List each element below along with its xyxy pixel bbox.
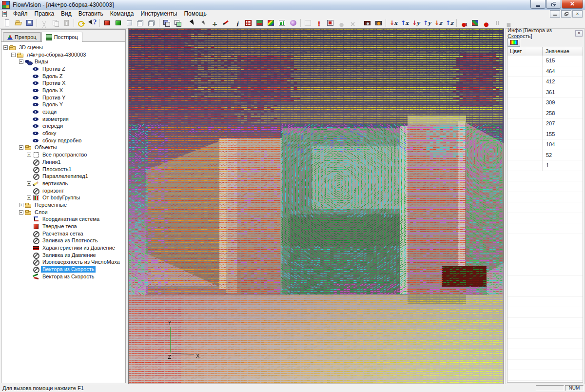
copy-view-alt-button[interactable] <box>172 18 183 28</box>
legend-row[interactable]: 1 <box>507 160 583 171</box>
menu-item[interactable]: Вид <box>58 10 75 18</box>
legend-row[interactable]: 412 <box>507 77 583 87</box>
close-button[interactable]: ✕ <box>562 0 583 9</box>
camera-flash-button[interactable] <box>373 18 384 28</box>
legend-color-header[interactable]: Цвет <box>507 47 543 56</box>
document-icon[interactable] <box>1 11 8 17</box>
save-file-button[interactable] <box>24 18 35 28</box>
tree-item[interactable]: +Переменные <box>3 201 125 209</box>
menu-item[interactable]: Помощь <box>180 10 210 18</box>
collapse-box-icon[interactable]: − <box>3 45 8 50</box>
collapse-box-icon[interactable]: − <box>19 210 23 215</box>
copy-view-button[interactable] <box>161 18 172 28</box>
tree-item[interactable]: −3D сцены <box>3 44 125 51</box>
x-down-button[interactable] <box>388 18 399 28</box>
menu-item[interactable]: Правка <box>31 10 58 18</box>
restore-button[interactable] <box>546 0 561 9</box>
wire-cube-c-button[interactable] <box>146 18 157 28</box>
y-down-button[interactable] <box>410 18 421 28</box>
tree-item[interactable]: Заливка из Плотность <box>3 237 125 245</box>
expand-box-icon[interactable]: + <box>27 153 31 157</box>
tree-item[interactable]: −л4к+ро-сборка-4300003 <box>3 51 125 59</box>
tree-item[interactable]: Координатная система <box>3 216 125 223</box>
tree-item[interactable]: Против X <box>3 79 125 87</box>
tab-preproc[interactable]: Препроц <box>3 32 41 41</box>
legend-row[interactable]: 309 <box>507 98 583 108</box>
solid-cube-green-button[interactable] <box>113 18 124 28</box>
x-up-button[interactable] <box>399 18 410 28</box>
open-file-button[interactable] <box>13 18 24 28</box>
grid-red-button[interactable] <box>325 18 336 28</box>
tree-item[interactable]: Параллелепипед1 <box>3 173 125 180</box>
tree-item[interactable]: Заливка из Давление <box>3 252 125 259</box>
tree-item[interactable]: Линия1 <box>3 158 125 166</box>
image-rgb-button[interactable] <box>254 18 265 28</box>
solid-cube-red-button[interactable] <box>101 18 113 28</box>
info-button[interactable] <box>232 18 243 28</box>
tree-item[interactable]: спереди <box>3 123 125 130</box>
collapse-box-icon[interactable]: − <box>19 59 23 64</box>
tree-item[interactable]: Против Y <box>3 94 125 101</box>
help-key-button[interactable] <box>76 18 87 28</box>
new-file-button[interactable] <box>1 18 13 28</box>
menu-item[interactable]: Файл <box>10 10 31 18</box>
palette-button[interactable] <box>265 18 276 28</box>
viewport-canvas[interactable] <box>129 29 504 384</box>
expand-box-icon[interactable]: + <box>19 203 23 207</box>
expand-box-icon[interactable]: + <box>27 181 31 186</box>
record-dot-button[interactable] <box>481 18 492 28</box>
tree-item[interactable]: сзади <box>3 108 125 116</box>
legend-row[interactable]: 361 <box>507 87 583 98</box>
z-up-button[interactable] <box>444 18 455 28</box>
tree-item[interactable]: Вдоль X <box>3 87 125 94</box>
collapse-box-icon[interactable]: − <box>19 145 23 150</box>
record-one-button[interactable] <box>458 18 469 28</box>
legend-row[interactable]: 464 <box>507 66 583 77</box>
chart-green-button[interactable] <box>276 18 288 28</box>
tree-item[interactable]: −Слои <box>3 209 125 216</box>
legend-row[interactable]: 258 <box>507 108 583 119</box>
exclamation-red-button[interactable] <box>313 18 325 28</box>
tree-item[interactable]: изометрия <box>3 116 125 123</box>
legend-row[interactable]: 207 <box>507 118 583 129</box>
mdi-restore-button[interactable] <box>561 10 571 18</box>
tree-item[interactable]: Против Z <box>3 65 125 73</box>
tree-item[interactable]: сбоку <box>3 130 125 137</box>
tree-item[interactable]: Вдоль Z <box>3 73 125 80</box>
tree-item[interactable]: Твердые тела <box>3 223 125 230</box>
legend-row[interactable]: 52 <box>507 150 583 161</box>
probe-button[interactable] <box>209 18 220 28</box>
expand-box-icon[interactable]: + <box>27 196 31 200</box>
colorbar-settings-button[interactable] <box>507 38 520 47</box>
mdi-close-button[interactable]: × <box>572 10 583 18</box>
tree-item[interactable]: Расчетная сетка <box>3 230 125 237</box>
legend-row[interactable]: 104 <box>507 139 583 150</box>
tree-item[interactable]: +вертикаль <box>3 180 125 187</box>
camera-dark-button[interactable] <box>362 18 373 28</box>
menu-item[interactable]: Инструменты <box>137 10 181 18</box>
tree-item[interactable]: сбоку подробно <box>3 137 125 144</box>
pointer-button[interactable] <box>187 18 198 28</box>
record-grid-button[interactable] <box>469 18 481 28</box>
tree-item[interactable]: +От bodyГруппы <box>3 194 125 201</box>
tab-postproc[interactable]: Постпроц <box>41 32 82 42</box>
legend-row[interactable]: 515 <box>507 56 583 66</box>
collapse-box-icon[interactable]: − <box>11 53 16 57</box>
tree-item[interactable]: −Виды <box>3 58 125 65</box>
context-help-button[interactable] <box>87 18 98 28</box>
tree-item[interactable]: −Объекты <box>3 144 125 152</box>
tree-item[interactable]: Вектора из Скорость <box>3 273 125 280</box>
menu-item[interactable]: Команда <box>107 10 137 18</box>
minimize-button[interactable] <box>530 0 546 9</box>
mesh-red-button[interactable] <box>243 18 254 28</box>
tree-item[interactable]: Вектора из Скорость <box>3 266 125 273</box>
spray-button[interactable] <box>288 18 299 28</box>
legend-row[interactable]: 155 <box>507 129 583 140</box>
tree-item[interactable]: горизонт <box>3 187 125 195</box>
tree-item[interactable]: Изоповерхность из ЧислоМаха <box>3 259 125 266</box>
menu-item[interactable]: Вставить <box>75 10 107 18</box>
info-panel-close-button[interactable]: ✕ <box>575 30 583 37</box>
wire-cube-b-button[interactable] <box>135 18 146 28</box>
z-down-button[interactable] <box>432 18 444 28</box>
legend-value-header[interactable]: Значение <box>543 47 583 56</box>
